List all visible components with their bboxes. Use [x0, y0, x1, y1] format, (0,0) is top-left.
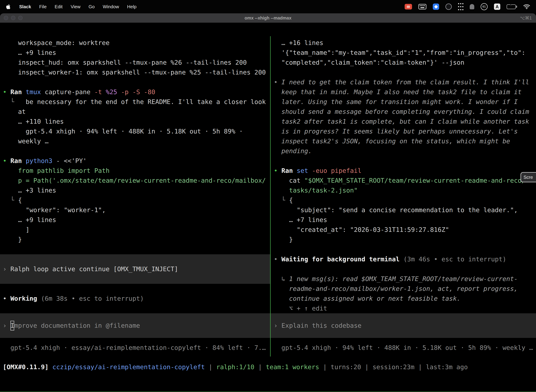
terminal-text-segment: should send a message before completing … — [274, 108, 529, 115]
apple-menu-icon[interactable] — [6, 4, 10, 9]
window-title: omx --xhigh --madmax — [0, 15, 536, 21]
terminal-text-segment: › — [274, 321, 281, 331]
terminal-text-segment: … +16 lines — [274, 39, 323, 46]
terminal-text-segment: inspect_worker-1: omx sparkshell --tmux-… — [3, 69, 266, 76]
terminal-text-segment: • — [3, 88, 10, 96]
terminal-line: from pathlib import Path — [0, 166, 270, 176]
terminal-line: … +16 lines — [271, 38, 536, 48]
terminal-text-segment: └ — [3, 98, 26, 105]
battery-gauge-icon[interactable]: 61 — [481, 3, 488, 10]
prompt-line[interactable]: › Ralph loop active continue [OMX_TMUX_I… — [0, 254, 270, 284]
terminal-line: tasks/task-2.json" — [271, 186, 536, 195]
wifi-icon[interactable] — [523, 3, 530, 10]
terminal-text-segment: | — [361, 363, 373, 371]
terminal-text-segment: inspect task2's JSON, focusing on the st… — [274, 138, 510, 145]
terminal-line — [271, 244, 536, 254]
terminal-line: ] — [0, 225, 270, 235]
window-title-bar[interactable]: omx --xhigh --madmax ⌥⌘1 — [0, 13, 536, 23]
terminal-line: … +9 lines — [0, 215, 270, 225]
terminal-line: pending. — [271, 146, 536, 156]
menu-bar: Slack File Edit View Go Window Help 61 A — [0, 0, 536, 13]
terminal-text-segment: "worker": "worker-1", — [3, 206, 106, 214]
terminal-text-segment: inspect_hud: omx sparkshell --tmux-pane … — [3, 59, 247, 66]
terminal-line: weekly … — [0, 136, 270, 146]
grid-icon[interactable] — [458, 3, 463, 10]
terminal-line — [271, 67, 536, 77]
terminal-text-segment: at — [3, 108, 26, 115]
terminal-text-segment: • — [3, 295, 10, 302]
blue-app-icon[interactable] — [433, 4, 439, 10]
menu-help[interactable]: Help — [123, 4, 140, 9]
terminal-text-segment: … +9 lines — [3, 49, 56, 56]
terminal-line: └ { — [271, 195, 536, 205]
active-app-menu[interactable]: Slack — [15, 4, 35, 9]
keyboard-icon[interactable] — [418, 3, 426, 10]
terminal-text-segment: "subject": "send a concise recommendatio… — [274, 206, 518, 214]
terminal-text-segment: › — [3, 321, 10, 331]
terminal-text-segment: { — [289, 196, 293, 204]
screen-share-popover[interactable]: Scre — [521, 172, 536, 182]
terminal-line: "worker": "worker-1", — [0, 205, 270, 215]
terminal-line: • Ran python3 - <<'PY' — [0, 156, 270, 166]
terminal-line: readme-and-reco/mailbox/worker-1.json, a… — [271, 284, 536, 294]
prompt-line[interactable]: › Improve documentation in @filename — [0, 313, 270, 338]
menu-go[interactable]: Go — [85, 4, 99, 9]
terminal-text-segment: p = Path('.omx/state/team/review-current… — [3, 177, 266, 184]
tmux-pane-left[interactable]: workspace_mode: worktree … +9 lines insp… — [0, 36, 270, 356]
terminal-text-segment: is in progress? It seems likely but perh… — [274, 128, 518, 135]
terminal-text-segment: • — [274, 167, 281, 174]
screen-recording-indicator-icon[interactable] — [405, 4, 412, 9]
terminal-text-segment: I — [10, 321, 14, 331]
terminal-text-segment: gpt-5.4 xhigh · essay/ai-reimplementatio… — [3, 344, 266, 351]
prompt-line[interactable]: › Explain this codebase — [271, 313, 536, 338]
terminal-text-segment: "created_at": "2026-03-31T11:59:27.816Z" — [274, 226, 449, 233]
menu-file[interactable]: File — [35, 4, 51, 9]
terminal-line: … +9 lines — [0, 48, 270, 58]
terminal-window: omx --xhigh --madmax ⌥⌘1 workspace_mode:… — [0, 13, 536, 392]
terminal-text-segment: -p -S -80 — [121, 88, 155, 96]
ghost-app-icon[interactable] — [470, 3, 474, 10]
terminal-line: inspect_worker-1: omx sparkshell --tmux-… — [0, 67, 270, 77]
tmux-pane-right[interactable]: … +16 lines '{"team_name":"my-team","tas… — [271, 36, 536, 356]
terminal-text-segment: } — [274, 236, 293, 243]
terminal-line: • Working (6m 38s • esc to interrupt) — [0, 294, 270, 303]
terminal-text-segment: workspace_mode: worktree — [3, 39, 110, 46]
battery-icon[interactable] — [507, 3, 517, 10]
terminal-text-segment: set — [297, 167, 312, 174]
terminal-text-segment: task2 after task1 is complete, but can I… — [274, 118, 529, 125]
terminal-line: "subject": "send a concise recommendatio… — [271, 205, 536, 215]
terminal-text-segment: } — [3, 236, 22, 243]
terminal-text-segment: session:23m — [373, 363, 414, 371]
terminal-text-segment: capture-pane — [45, 88, 94, 96]
menu-window[interactable]: Window — [99, 4, 123, 9]
terminal-line: '{"team_name":"my-team","task_id":"1","f… — [271, 48, 536, 58]
terminal-text-segment: later. Using the same for transition mig… — [274, 98, 518, 105]
terminal-text-segment: { — [18, 196, 22, 204]
terminal-line: gpt-5.4 xhigh · 94% left · 488K in · 5.1… — [271, 343, 536, 353]
terminal-text-segment: '{"team_name":"my-team","task_id":"1","f… — [274, 49, 525, 56]
terminal-line — [0, 77, 270, 87]
omx-status-line: [OMX#0.11.9] cczip/essay/ai-reimplementa… — [0, 362, 536, 372]
terminal-text-segment: ↳ — [274, 275, 289, 282]
terminal-line: ↳ 1 new msg(s): read $OMX_TEAM_STATE_ROO… — [271, 274, 536, 284]
menu-edit[interactable]: Edit — [51, 4, 67, 9]
terminal-text-segment: cat — [274, 177, 304, 184]
dark-app-icon[interactable] — [445, 4, 452, 10]
terminal-line: … +7 lines — [271, 215, 536, 225]
battery-gauge-value: 61 — [483, 5, 486, 9]
terminal-line: task2 after task1 is complete, but can I… — [271, 117, 536, 126]
terminal-text-segment: Ralph loop active continue [OMX_TMUX_INJ… — [10, 264, 178, 274]
terminal-text-segment: | — [205, 363, 216, 371]
terminal-text-segment: Explain this codebase — [281, 321, 361, 331]
terminal-text-segment: be necessary for the end of the README. … — [26, 98, 266, 105]
terminal-line — [0, 146, 270, 156]
terminal-line — [0, 303, 270, 313]
terminal-text-segment: ralph:1/10 — [216, 363, 254, 371]
terminal-line — [0, 338, 270, 343]
input-source-icon[interactable]: A — [494, 4, 500, 10]
terminal-text-segment: | — [415, 363, 426, 371]
terminal-text-segment: gpt-5.4 xhigh · 94% left · 488K in · 5.1… — [274, 344, 533, 351]
terminal-line: ⌥ + ↑ edit — [271, 303, 536, 313]
terminal-line: } — [0, 235, 270, 244]
menu-view[interactable]: View — [67, 4, 85, 9]
